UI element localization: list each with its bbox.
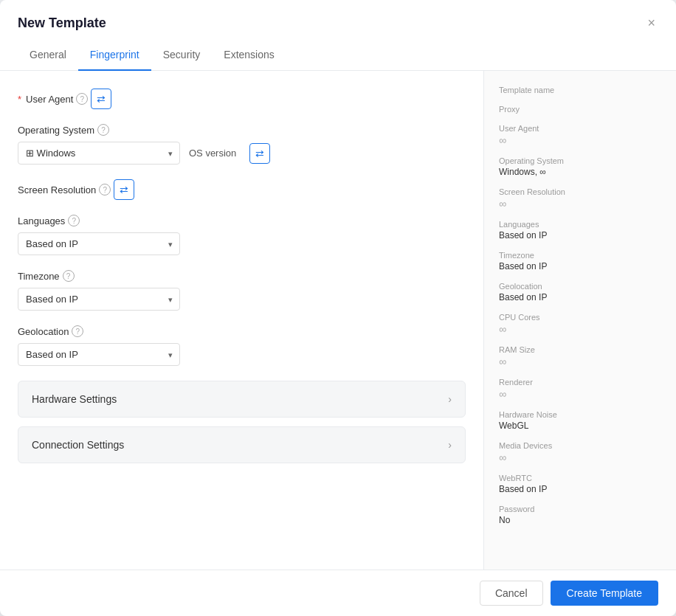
os-help-icon: ? bbox=[97, 124, 109, 136]
modal-header: New Template × bbox=[0, 0, 676, 32]
languages-select[interactable]: Based on IP English French bbox=[18, 232, 180, 255]
side-label-screen: Screen Resolution bbox=[499, 187, 661, 196]
timezone-label: Timezone ? bbox=[18, 270, 466, 282]
hardware-settings-label: Hardware Settings bbox=[32, 393, 117, 405]
hardware-settings-section[interactable]: Hardware Settings › bbox=[18, 381, 466, 418]
tab-security[interactable]: Security bbox=[151, 40, 213, 71]
tab-general[interactable]: General bbox=[18, 40, 78, 71]
screen-resolution-random-button[interactable]: ⇄ bbox=[114, 179, 134, 200]
side-label-media: Media Devices bbox=[499, 441, 661, 450]
user-agent-help-icon: ? bbox=[76, 93, 88, 105]
tabs-bar: General Fingerprint Security Extensions bbox=[0, 40, 676, 71]
os-row: ⊞ Windows macOS Linux ▾ OS version ⇄ bbox=[18, 142, 466, 165]
side-value-geolocation: Based on IP bbox=[499, 292, 661, 302]
languages-group: Languages ? Based on IP English French ▾ bbox=[18, 215, 466, 255]
side-label-os: Operating System bbox=[499, 156, 661, 165]
side-value-webrtc: Based on IP bbox=[499, 484, 661, 494]
screen-resolution-help-icon: ? bbox=[99, 184, 111, 195]
os-version-random-button[interactable]: ⇄ bbox=[249, 143, 270, 164]
user-agent-label: * User Agent ? ⇄ bbox=[18, 89, 466, 109]
timezone-group: Timezone ? Based on IP UTC ▾ bbox=[18, 270, 466, 311]
side-item-media: Media Devices ∞ bbox=[499, 441, 661, 463]
side-value-user-agent: ∞ bbox=[499, 134, 661, 146]
user-agent-random-button[interactable]: ⇄ bbox=[91, 89, 111, 109]
timezone-help-icon: ? bbox=[63, 270, 75, 282]
side-value-password: No bbox=[499, 515, 661, 525]
side-value-ram: ∞ bbox=[499, 356, 661, 367]
side-label-cpu: CPU Cores bbox=[499, 313, 661, 322]
new-template-modal: New Template × General Fingerprint Secur… bbox=[0, 0, 676, 616]
side-panel: Template name Proxy User Agent ∞ Operati… bbox=[484, 71, 676, 570]
modal-body: * User Agent ? ⇄ Operating System ? bbox=[0, 71, 676, 570]
side-value-cpu: ∞ bbox=[499, 323, 661, 335]
user-agent-group: * User Agent ? ⇄ bbox=[18, 89, 466, 109]
connection-settings-header: Connection Settings › bbox=[18, 427, 465, 463]
close-button[interactable]: × bbox=[644, 13, 658, 32]
geolocation-label: Geolocation ? bbox=[18, 325, 466, 337]
cancel-button[interactable]: Cancel bbox=[480, 581, 543, 606]
side-item-webrtc: WebRTC Based on IP bbox=[499, 474, 661, 494]
side-label-hardware-noise: Hardware Noise bbox=[499, 410, 661, 419]
side-value-media: ∞ bbox=[499, 451, 661, 463]
timezone-select[interactable]: Based on IP UTC bbox=[18, 288, 180, 311]
side-item-password: Password No bbox=[499, 505, 661, 525]
side-label-password: Password bbox=[499, 505, 661, 513]
side-value-timezone: Based on IP bbox=[499, 261, 661, 271]
create-template-button[interactable]: Create Template bbox=[551, 581, 658, 606]
side-item-renderer: Renderer ∞ bbox=[499, 378, 661, 400]
side-item-languages: Languages Based on IP bbox=[499, 220, 661, 240]
screen-resolution-group: Screen Resolution ? ⇄ bbox=[18, 179, 466, 200]
connection-settings-section[interactable]: Connection Settings › bbox=[18, 426, 466, 463]
connection-settings-label: Connection Settings bbox=[32, 439, 124, 451]
side-item-geolocation: Geolocation Based on IP bbox=[499, 282, 661, 302]
hardware-settings-header: Hardware Settings › bbox=[18, 381, 465, 417]
side-value-languages: Based on IP bbox=[499, 230, 661, 240]
os-version-label-text: OS version bbox=[189, 148, 236, 159]
side-item-cpu: CPU Cores ∞ bbox=[499, 313, 661, 335]
screen-resolution-random-icon: ⇄ bbox=[120, 184, 128, 195]
side-item-user-agent: User Agent ∞ bbox=[499, 124, 661, 146]
side-item-os: Operating System Windows, ∞ bbox=[499, 156, 661, 177]
side-label-ram: RAM Size bbox=[499, 345, 661, 354]
timezone-select-wrapper: Based on IP UTC ▾ bbox=[18, 288, 180, 311]
screen-resolution-label-text: Screen Resolution bbox=[18, 184, 96, 195]
side-value-os: Windows, ∞ bbox=[499, 167, 661, 177]
connection-settings-chevron-icon: › bbox=[448, 439, 452, 451]
os-group: Operating System ? ⊞ Windows macOS Linux… bbox=[18, 124, 466, 165]
side-item-timezone: Timezone Based on IP bbox=[499, 251, 661, 271]
side-label-languages: Languages bbox=[499, 220, 661, 229]
languages-label: Languages ? bbox=[18, 215, 466, 226]
os-select[interactable]: ⊞ Windows macOS Linux bbox=[18, 142, 180, 165]
hardware-settings-chevron-icon: › bbox=[448, 393, 452, 405]
languages-select-wrapper: Based on IP English French ▾ bbox=[18, 232, 180, 255]
timezone-label-text: Timezone bbox=[18, 271, 60, 282]
os-label: Operating System ? bbox=[18, 124, 466, 136]
side-label-webrtc: WebRTC bbox=[499, 474, 661, 482]
geolocation-select[interactable]: Based on IP Custom bbox=[18, 343, 180, 366]
screen-resolution-label: Screen Resolution ? ⇄ bbox=[18, 179, 466, 200]
tab-fingerprint[interactable]: Fingerprint bbox=[78, 40, 151, 71]
side-value-hardware-noise: WebGL bbox=[499, 421, 661, 431]
side-item-ram: RAM Size ∞ bbox=[499, 345, 661, 367]
geolocation-select-wrapper: Based on IP Custom ▾ bbox=[18, 343, 180, 366]
side-value-renderer: ∞ bbox=[499, 388, 661, 400]
side-label-geolocation: Geolocation bbox=[499, 282, 661, 291]
languages-label-text: Languages bbox=[18, 215, 65, 226]
geolocation-group: Geolocation ? Based on IP Custom ▾ bbox=[18, 325, 466, 366]
os-label-text: Operating System bbox=[18, 125, 94, 136]
side-item-hardware-noise: Hardware Noise WebGL bbox=[499, 410, 661, 431]
languages-help-icon: ? bbox=[68, 215, 80, 226]
tab-extensions[interactable]: Extensions bbox=[212, 40, 286, 71]
side-label-renderer: Renderer bbox=[499, 378, 661, 387]
os-version-random-icon: ⇄ bbox=[255, 148, 264, 159]
main-panel: * User Agent ? ⇄ Operating System ? bbox=[0, 71, 484, 570]
geolocation-help-icon: ? bbox=[72, 325, 83, 337]
required-star: * bbox=[18, 94, 21, 105]
side-item-template-name: Template name bbox=[499, 86, 661, 94]
side-item-screen: Screen Resolution ∞ bbox=[499, 187, 661, 210]
random-icon: ⇄ bbox=[97, 93, 106, 105]
os-select-wrapper: ⊞ Windows macOS Linux ▾ bbox=[18, 142, 180, 165]
side-label-proxy: Proxy bbox=[499, 105, 661, 114]
user-agent-label-text: User Agent bbox=[26, 94, 73, 105]
side-value-screen: ∞ bbox=[499, 198, 661, 210]
